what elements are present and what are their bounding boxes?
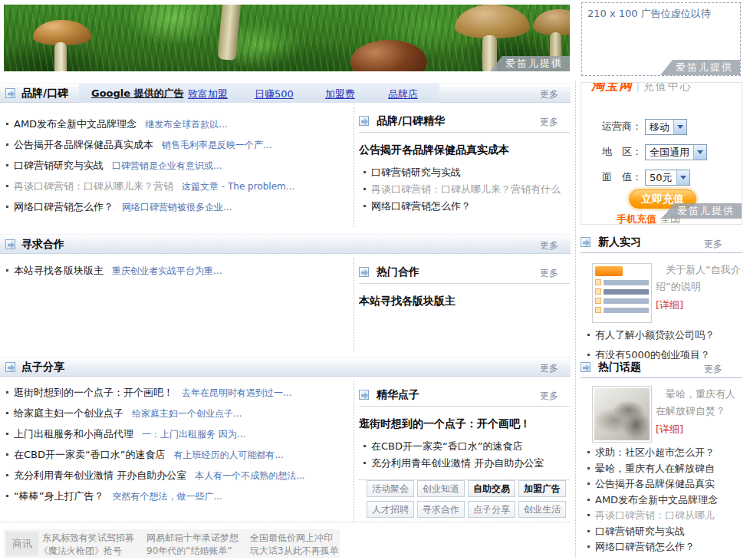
- board-button[interactable]: 加盟广告: [518, 480, 566, 497]
- board-button[interactable]: 创业生活: [518, 501, 566, 518]
- board-button[interactable]: 活动聚会: [367, 480, 414, 497]
- idea-digest-box: 精华点子 更多 逛街时想到的一个点子：开个画吧！ 在CBD开一家卖“香口水”的速…: [359, 387, 569, 480]
- section-header-newbie: 新人实习 更多: [581, 234, 742, 253]
- topic-title-link[interactable]: AMD发布全新中文品牌理念: [14, 118, 137, 130]
- top-ad-placeholder[interactable]: 210 x 100 广告位虚位以待 爱笛儿提供: [581, 2, 741, 76]
- ticker-link[interactable]: 网易邮箱十年承诺梦想: [146, 532, 238, 545]
- board-button[interactable]: 创业知道: [417, 480, 465, 497]
- more-link[interactable]: 更多: [540, 267, 558, 280]
- topic-preview-link[interactable]: 去年在昆明时有遇到过一...: [182, 387, 291, 398]
- topic-preview-link[interactable]: 这篇文章 - The problem...: [182, 181, 294, 192]
- more-link[interactable]: 更多: [540, 390, 558, 403]
- more-link[interactable]: 更多: [540, 116, 558, 129]
- digest-item: 再谈口碑营销：口碑从哪儿来？营销有什么: [359, 181, 569, 198]
- topic-link[interactable]: 晕哈，重庆有人在解放碑自: [595, 463, 715, 474]
- dropdown-arrow-icon[interactable]: [676, 170, 689, 185]
- dropdown-arrow-icon[interactable]: [673, 120, 686, 134]
- banner-ad-image[interactable]: 爱笛儿提供: [4, 5, 570, 71]
- more-link[interactable]: 更多: [540, 362, 558, 375]
- topic-title-link[interactable]: 再谈口碑营销：口碑从哪儿来？营销: [14, 180, 173, 192]
- google-ads-label[interactable]: Google 提供的广告: [91, 87, 184, 100]
- newbie-thumbnail[interactable]: [592, 263, 652, 323]
- topic-preview-link[interactable]: 本人有一个不成熟的想法...: [195, 470, 304, 481]
- topic-link[interactable]: 公告揭开各品牌保健品真实: [595, 478, 715, 489]
- topic-title-link[interactable]: 公告揭开各品牌保健品真实成本: [14, 139, 153, 150]
- google-ad-link[interactable]: 品牌店: [388, 87, 418, 101]
- topic-link[interactable]: AMD发布全新中文品牌理念: [595, 494, 718, 506]
- digest-link[interactable]: 在CBD开一家卖“香口水”的速食店: [371, 440, 522, 452]
- topic-title-link[interactable]: 充分利用青年创业激情 开办自助办公室: [14, 469, 186, 481]
- topic-preview-link[interactable]: 重庆创业者实战平台为重...: [112, 265, 222, 276]
- digest-link[interactable]: 口碑营销研究与实战: [371, 166, 461, 178]
- ticker-link[interactable]: 玩大话3从此不再孤单: [250, 545, 339, 558]
- digest-headline-link[interactable]: 逛街时想到的一个点子：开个画吧！: [359, 417, 569, 431]
- amount-select[interactable]: 50元: [645, 170, 690, 186]
- google-ad-link[interactable]: 日赚500: [255, 87, 294, 101]
- digest-headline-link[interactable]: 本站寻找各版块版主: [359, 295, 569, 308]
- column-divider: [354, 258, 354, 351]
- region-select[interactable]: 全国通用: [645, 144, 707, 160]
- more-link[interactable]: 更多: [704, 238, 722, 251]
- digest-link[interactable]: 再谈口碑营销：口碑从哪儿来？营销有什么: [371, 183, 561, 195]
- board-button[interactable]: 寻求合作: [417, 501, 465, 518]
- topic-title-link[interactable]: “棒棒”身上打广告？: [14, 490, 104, 502]
- topic-preview-link[interactable]: 继发布全球首款以...: [145, 119, 227, 130]
- top-ad-text: 210 x 100 广告位虚位以待: [587, 7, 711, 21]
- arrow-icon: [359, 267, 369, 277]
- topic-preview-link[interactable]: 一：上门出租服务 因为...: [142, 429, 245, 440]
- digest-headline-link[interactable]: 公告揭开各品牌保健品真实成本: [359, 143, 569, 157]
- topic-preview-link[interactable]: 有上班经历的人可能都有...: [173, 450, 283, 460]
- hot-topic-thumbnail[interactable]: [592, 386, 652, 443]
- ticker-link[interactable]: 《魔法火枪团》抢号: [39, 545, 122, 558]
- ticker-link[interactable]: 东风标致有奖试驾招募: [42, 532, 134, 545]
- bullet-icon: [587, 451, 590, 453]
- more-link[interactable]: 更多: [540, 88, 558, 101]
- folder-icon: [595, 298, 601, 304]
- region-row: 地 区：全国通用: [602, 144, 707, 160]
- topic-preview-link[interactable]: 网络口碑营销被很多企业...: [122, 202, 232, 212]
- arrow-icon: [359, 116, 369, 126]
- feature-link[interactable]: 关于新人“自我介绍”的说明: [656, 262, 742, 295]
- ticker-link[interactable]: 90年代的“结婚账单”: [146, 545, 232, 558]
- topic-title-link[interactable]: 给家庭主妇一个创业点子: [14, 407, 123, 419]
- board-button[interactable]: 点子分享: [468, 501, 515, 518]
- digest-item: 口碑营销研究与实战: [359, 164, 569, 181]
- topic-preview-link[interactable]: 口碑营销是企业有意识或...: [112, 160, 222, 171]
- text-line: [604, 280, 649, 285]
- topic-preview-link[interactable]: 给家庭主妇一个创业点子...: [132, 408, 242, 419]
- dropdown-arrow-icon[interactable]: [693, 145, 706, 160]
- topic-link[interactable]: 网络口碑营销怎么作？: [595, 541, 695, 552]
- topic-preview-link[interactable]: 突然有个想法，做一些广...: [112, 491, 222, 502]
- bullet-icon: [587, 334, 590, 336]
- topic-link[interactable]: 有人了解小额贷款公司吗？: [595, 329, 715, 341]
- digest-link[interactable]: 网络口碑营销怎么作？: [371, 200, 471, 212]
- detail-link[interactable]: [详细]: [656, 297, 683, 314]
- ticker-link[interactable]: 全国最低价网上冲印: [250, 532, 333, 545]
- operator-select[interactable]: 移动: [645, 119, 687, 135]
- topic-link[interactable]: 口碑营销研究与实战: [595, 525, 685, 537]
- list-item: AMD发布全新中文品牌理念: [583, 492, 742, 509]
- more-link[interactable]: 更多: [540, 239, 558, 252]
- topic-preview-link[interactable]: 销售毛利率是反映一个产...: [162, 140, 271, 150]
- mobile-recharge-link[interactable]: 手机充值: [617, 213, 656, 225]
- board-button[interactable]: 自助交易: [468, 480, 515, 497]
- topic-title-link[interactable]: 上门出租服务和小商品代理: [14, 428, 133, 440]
- topic-title-link[interactable]: 网络口碑营销怎么作？: [14, 201, 113, 212]
- detail-link[interactable]: [详细]: [656, 421, 683, 438]
- thumbnail-row: [595, 298, 649, 305]
- recharge-center-label: 充值中心: [643, 83, 692, 92]
- board-button[interactable]: 人才招聘: [367, 501, 414, 518]
- taobao-logo[interactable]: 淘宝网: [591, 83, 633, 93]
- topic-title-link[interactable]: 逛街时想到的一个点子：开个画吧！: [14, 387, 173, 398]
- topic-link[interactable]: 再谈口碑营销：口碑从哪儿: [595, 509, 715, 521]
- feature-link[interactable]: 晕哈，重庆有人在解放碑自焚？: [656, 386, 742, 420]
- google-ad-link[interactable]: 致富加盟: [188, 87, 228, 101]
- topic-title-link[interactable]: 口碑营销研究与实战: [14, 160, 104, 171]
- topic-title-link[interactable]: 本站寻找各版块版主: [14, 265, 104, 276]
- digest-link[interactable]: 充分利用青年创业激情 开办自助办公室: [371, 457, 544, 469]
- topic-title-link[interactable]: 在CBD开一家卖“香口水”的速食店: [14, 449, 165, 460]
- topic-link[interactable]: 求助：社区小超市怎么开？: [595, 446, 715, 458]
- google-ad-link[interactable]: 加盟费: [325, 87, 355, 101]
- bullet-icon: [6, 164, 8, 166]
- more-link[interactable]: 更多: [704, 363, 722, 376]
